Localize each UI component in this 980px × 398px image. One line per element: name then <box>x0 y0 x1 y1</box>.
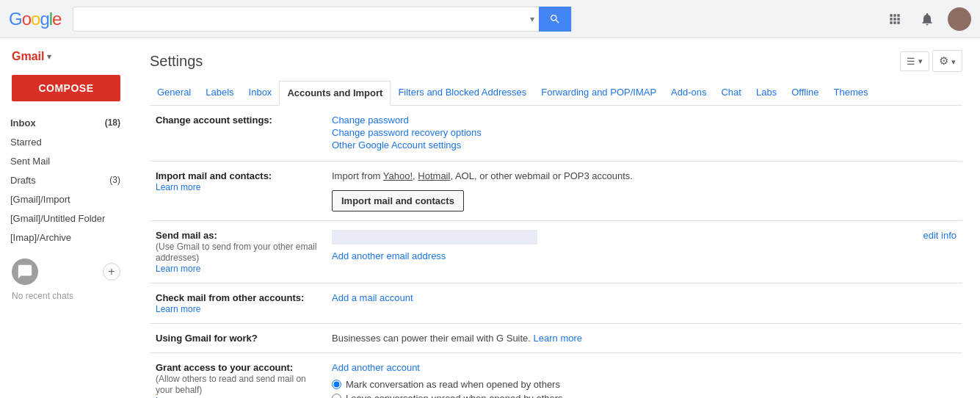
avatar[interactable] <box>948 7 971 31</box>
sidebar-item-inbox-label: Inbox <box>10 117 105 129</box>
radio-leave-unread[interactable] <box>332 394 341 398</box>
sidebar-item-inbox[interactable]: Inbox (18) <box>0 113 132 132</box>
change-password-recovery-link[interactable]: Change password recovery options <box>332 127 957 138</box>
tab-filters-and-blocked[interactable]: Filters and Blocked Addresses <box>391 81 534 105</box>
tab-addons[interactable]: Add-ons <box>664 81 714 105</box>
gear-button[interactable]: ⚙ ▾ <box>932 50 962 72</box>
chat-section: + No recent chats <box>0 253 132 307</box>
sidebar-item-gmail-untitled[interactable]: [Gmail]/Untitled Folder <box>0 209 132 228</box>
sidebar: Gmail ▾ COMPOSE Inbox (18) Starred Sent … <box>0 38 132 398</box>
gsuite-learn-more-link[interactable]: Learn more <box>534 333 582 344</box>
grant-access-label-text: Grant access to your account: <box>156 362 293 373</box>
sidebar-item-gmail-untitled-label: [Gmail]/Untitled Folder <box>10 213 120 224</box>
sidebar-item-gmail-import[interactable]: [Gmail]/Import <box>0 189 132 209</box>
chat-header: + <box>12 258 120 285</box>
section-grant-access-value: Add another account Mark conversation as… <box>326 353 962 399</box>
gear-dropdown-icon: ▾ <box>951 57 956 66</box>
google-logo: Google <box>9 9 61 29</box>
sidebar-item-starred-label: Starred <box>10 137 120 148</box>
top-right-icons <box>883 7 971 31</box>
section-gmail-work-label: Using Gmail for work? <box>150 324 326 353</box>
import-mail-learn-more[interactable]: Learn more <box>156 182 200 192</box>
radio-mark-read[interactable] <box>332 380 341 389</box>
sidebar-item-inbox-count: (18) <box>105 117 120 128</box>
send-mail-as-sublabel: (Use Gmail to send from your other email… <box>156 242 316 263</box>
radio-leave-unread-row[interactable]: Leave conversation unread when opened by… <box>332 393 957 398</box>
sidebar-item-sent-label: Sent Mail <box>10 156 120 167</box>
settings-tabs: General Labels Inbox Accounts and Import… <box>150 81 962 106</box>
search-container: ▾ <box>73 7 572 32</box>
chat-avatar[interactable] <box>12 258 38 285</box>
search-icon <box>549 13 561 25</box>
search-button[interactable] <box>539 7 571 32</box>
check-mail-learn-more[interactable]: Learn more <box>156 304 200 314</box>
section-grant-access: Grant access to your account: (Allow oth… <box>150 353 962 399</box>
search-dropdown-button[interactable]: ▾ <box>526 14 539 24</box>
notifications-icon[interactable] <box>915 7 939 31</box>
section-send-mail-as-value: Add another email address edit info <box>326 221 962 283</box>
sidebar-item-drafts[interactable]: Drafts (3) <box>0 170 132 189</box>
import-mail-contacts-button[interactable]: Import mail and contacts <box>332 190 464 211</box>
send-mail-as-learn-more[interactable]: Learn more <box>156 264 200 274</box>
sidebar-item-imap-archive-label: [Imap]/Archive <box>10 232 120 243</box>
search-input[interactable] <box>73 13 526 25</box>
change-password-link[interactable]: Change password <box>332 115 957 126</box>
section-gmail-work-value: Businesses can power their email with G … <box>326 324 962 353</box>
header-right-icons: ☰ ▾ ⚙ ▾ <box>900 50 962 72</box>
section-import-mail-value: Import from Yahoo!, Hotmail, AOL, or oth… <box>326 162 962 221</box>
section-import-mail: Import mail and contacts: Learn more Imp… <box>150 162 962 221</box>
main-layout: Gmail ▾ COMPOSE Inbox (18) Starred Sent … <box>0 38 980 398</box>
send-mail-as-label-text: Send mail as: <box>156 230 217 241</box>
add-another-account-link[interactable]: Add another account <box>332 362 957 373</box>
view-toggle-dropdown-icon: ▾ <box>918 57 923 66</box>
settings-header: Settings ☰ ▾ ⚙ ▾ <box>150 50 962 72</box>
tab-chat[interactable]: Chat <box>714 81 748 105</box>
view-toggle-button[interactable]: ☰ ▾ <box>900 51 929 71</box>
sidebar-item-imap-archive[interactable]: [Imap]/Archive <box>0 228 132 247</box>
radio-mark-read-row[interactable]: Mark conversation as read when opened by… <box>332 379 957 390</box>
edit-info-link[interactable]: edit info <box>923 230 957 241</box>
tab-inbox[interactable]: Inbox <box>242 81 280 105</box>
gmail-dropdown-icon: ▾ <box>47 51 51 62</box>
send-mail-as-address-bar <box>332 230 537 245</box>
section-send-mail-as-label: Send mail as: (Use Gmail to send from yo… <box>150 221 326 283</box>
add-mail-account-link[interactable]: Add a mail account <box>332 292 957 303</box>
section-import-mail-label: Import mail and contacts: Learn more <box>150 162 326 221</box>
import-mail-label-text: Import mail and contacts: <box>156 170 272 181</box>
tab-general[interactable]: General <box>150 81 198 105</box>
tab-offline[interactable]: Offline <box>784 81 826 105</box>
no-recent-chats-label: No recent chats <box>12 291 120 301</box>
section-grant-access-label: Grant access to your account: (Allow oth… <box>150 353 326 399</box>
apps-icon[interactable] <box>883 7 907 31</box>
grant-access-sublabel: (Allow others to read and send mail on y… <box>156 374 306 395</box>
tab-labs[interactable]: Labs <box>749 81 784 105</box>
content-area: Settings ☰ ▾ ⚙ ▾ General Labels Inbox Ac… <box>132 38 980 398</box>
gmail-label: Gmail <box>12 50 44 63</box>
gmail-work-description: Businesses can power their email with G … <box>332 333 531 344</box>
tab-labels[interactable]: Labels <box>198 81 241 105</box>
chat-add-button[interactable]: + <box>103 263 120 281</box>
radio-mark-read-label: Mark conversation as read when opened by… <box>346 379 560 390</box>
sidebar-item-sent[interactable]: Sent Mail <box>0 151 132 170</box>
check-mail-label-text: Check mail from other accounts: <box>156 292 304 303</box>
view-toggle-icon: ☰ <box>907 56 915 67</box>
settings-table: Change account settings: Change password… <box>150 106 962 398</box>
sidebar-item-starred[interactable]: Starred <box>0 132 132 151</box>
tab-themes[interactable]: Themes <box>827 81 876 105</box>
section-change-account-label: Change account settings: <box>150 106 326 162</box>
radio-leave-unread-label: Leave conversation unread when opened by… <box>346 393 563 398</box>
compose-button[interactable]: COMPOSE <box>12 75 120 101</box>
sidebar-item-drafts-label: Drafts <box>10 175 109 186</box>
tab-accounts-and-import[interactable]: Accounts and Import <box>279 81 391 106</box>
add-another-email-link[interactable]: Add another email address <box>332 250 537 261</box>
sidebar-item-gmail-import-label: [Gmail]/Import <box>10 194 120 205</box>
gmail-label-row[interactable]: Gmail ▾ <box>0 44 132 69</box>
sidebar-item-drafts-count: (3) <box>109 175 120 185</box>
section-gmail-work: Using Gmail for work? Businesses can pow… <box>150 324 962 353</box>
tab-forwarding-and-pop[interactable]: Forwarding and POP/IMAP <box>534 81 664 105</box>
other-google-account-link[interactable]: Other Google Account settings <box>332 140 957 151</box>
section-check-mail: Check mail from other accounts: Learn mo… <box>150 283 962 324</box>
section-send-mail-as: Send mail as: (Use Gmail to send from yo… <box>150 221 962 283</box>
top-bar: Google ▾ <box>0 0 980 38</box>
section-check-mail-label: Check mail from other accounts: Learn mo… <box>150 283 326 324</box>
